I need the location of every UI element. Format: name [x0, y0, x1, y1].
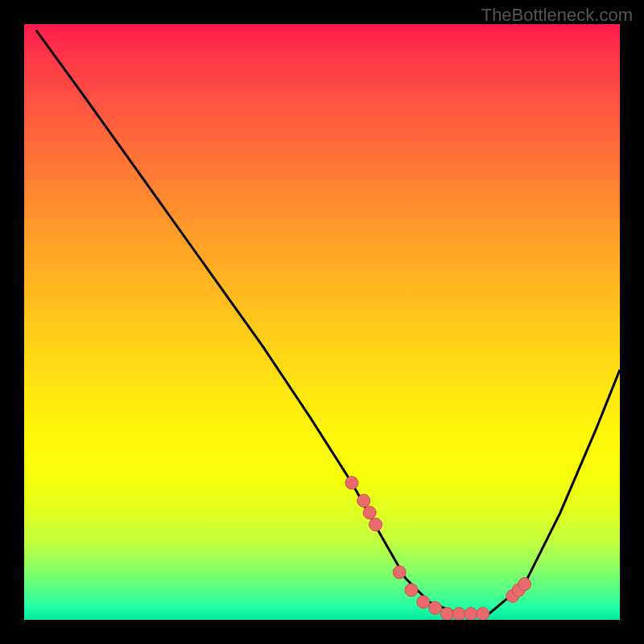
bottleneck-curve — [36, 30, 620, 613]
highlight-marker — [477, 608, 489, 620]
highlight-markers — [345, 477, 531, 620]
highlight-marker — [369, 518, 382, 531]
highlight-marker — [393, 566, 406, 579]
chart-svg — [24, 24, 620, 620]
highlight-marker — [363, 506, 376, 519]
highlight-marker — [429, 601, 442, 614]
highlight-marker — [357, 494, 370, 507]
highlight-marker — [417, 596, 430, 609]
watermark-text: TheBottleneck.com — [481, 5, 633, 26]
highlight-marker — [452, 608, 465, 620]
highlight-marker — [405, 584, 418, 597]
chart-plot-area — [24, 24, 620, 620]
highlight-marker — [518, 578, 531, 591]
highlight-marker — [440, 608, 453, 620]
highlight-marker — [464, 608, 477, 620]
highlight-marker — [345, 477, 358, 489]
